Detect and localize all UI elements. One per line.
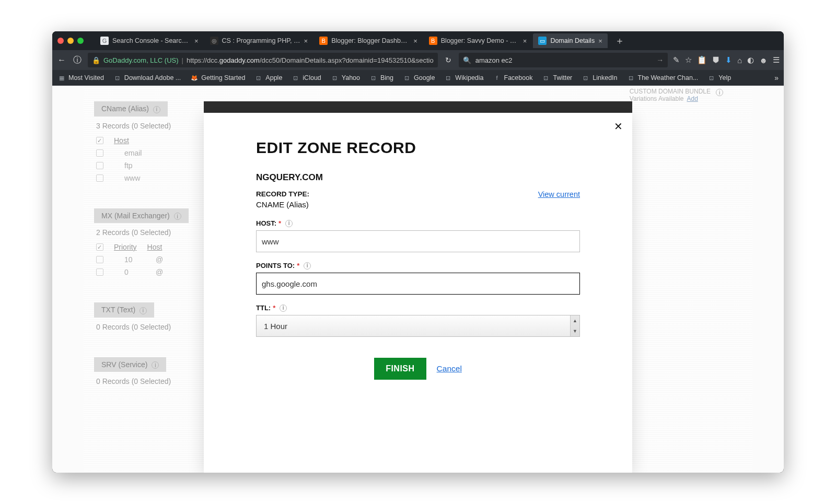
- close-tab-icon[interactable]: ×: [304, 37, 308, 45]
- browser-tab[interactable]: ◎ CS : Programming PHP, JQ... ×: [205, 33, 314, 48]
- browser-tab[interactable]: ▭ Domain Details ×: [533, 33, 607, 48]
- search-bar[interactable]: 🔍 amazon ec2 →: [459, 53, 668, 67]
- bookmark-item[interactable]: ⊡Yelp: [707, 74, 731, 82]
- search-icon: 🔍: [463, 56, 471, 64]
- bookmark-item[interactable]: ▦Most Visited: [57, 74, 104, 82]
- close-window-icon[interactable]: [57, 38, 64, 44]
- info-icon[interactable]: i: [153, 106, 160, 113]
- window-controls: [57, 38, 84, 44]
- record-host[interactable]: email: [124, 149, 142, 157]
- browser-tab[interactable]: B Blogger: Savvy Demo - Bas... ×: [424, 33, 532, 48]
- tab-favicon: B: [319, 37, 328, 45]
- new-tab-button[interactable]: ＋: [610, 34, 630, 47]
- pocket-icon[interactable]: ⛊: [712, 56, 720, 65]
- bookmark-item[interactable]: ⊡Wikipedia: [444, 74, 483, 82]
- info-icon[interactable]: i: [304, 262, 311, 269]
- bookmark-item[interactable]: fFacebook: [493, 74, 533, 82]
- bookmark-item[interactable]: ⊡Yahoo: [331, 74, 360, 82]
- bookmark-item[interactable]: ⊡The Weather Chan...: [627, 74, 699, 82]
- bookmark-label: LinkedIn: [593, 74, 617, 81]
- info-icon[interactable]: i: [174, 213, 181, 220]
- info-icon[interactable]: ⓘ: [72, 55, 83, 66]
- bookmark-favicon: ⊡: [254, 74, 262, 82]
- view-current-link[interactable]: View current: [538, 190, 580, 198]
- bookmark-item[interactable]: ⊡Twitter: [542, 74, 572, 82]
- bookmark-label: Yelp: [718, 74, 731, 81]
- close-icon[interactable]: ✕: [614, 120, 623, 133]
- tab-favicon: G: [100, 37, 109, 45]
- bookmark-item[interactable]: ⊡Bing: [369, 74, 393, 82]
- section-header: SRV (Service) i: [94, 357, 166, 372]
- bookmark-item[interactable]: ⊡Download Adobe ...: [113, 74, 181, 82]
- record-host[interactable]: www: [124, 174, 140, 182]
- bookmark-label: The Weather Chan...: [638, 74, 699, 81]
- info-icon[interactable]: i: [285, 220, 293, 227]
- tab-favicon: ▭: [538, 37, 547, 45]
- cancel-link[interactable]: Cancel: [437, 364, 462, 373]
- close-tab-icon[interactable]: ×: [194, 37, 199, 45]
- points-to-input[interactable]: [256, 273, 580, 295]
- bookmark-label: Google: [414, 74, 435, 81]
- bookmarks-overflow-icon[interactable]: »: [774, 74, 779, 82]
- download-icon[interactable]: ⬇: [725, 55, 732, 65]
- checkbox[interactable]: [96, 137, 103, 144]
- finish-button[interactable]: FINISH: [374, 358, 426, 380]
- record-host: @: [156, 255, 163, 264]
- tab-title: Blogger: Blogger Dashboard: [331, 37, 410, 44]
- bookmark-label: Facebook: [504, 74, 533, 81]
- browser-tab[interactable]: G Search Console - Search A... ×: [95, 33, 204, 48]
- record-host[interactable]: ftp: [124, 161, 133, 170]
- wand-icon[interactable]: ✎: [673, 55, 680, 65]
- bookmark-item[interactable]: ⊡iCloud: [292, 74, 321, 82]
- smiley-icon[interactable]: ☻: [759, 56, 768, 65]
- record-type-label: RECORD TYPE:: [256, 190, 309, 198]
- maximize-window-icon[interactable]: [77, 38, 84, 44]
- record-priority: 10: [124, 255, 145, 264]
- bookmark-label: Yahoo: [342, 74, 360, 81]
- bookmark-item[interactable]: ⊡Google: [403, 74, 435, 82]
- info-icon[interactable]: i: [140, 307, 147, 314]
- bookmark-label: Download Adobe ...: [124, 74, 181, 81]
- address-bar[interactable]: 🔒 GoDaddy.com, LLC (US) | https://dcc.go…: [88, 53, 438, 67]
- bookmark-item[interactable]: ⊡Apple: [254, 74, 282, 82]
- chevron-up-icon[interactable]: ▲: [571, 315, 579, 326]
- checkbox[interactable]: [96, 243, 103, 251]
- modal-domain: NGQUERY.COM: [256, 172, 580, 183]
- bookmark-favicon: ⊡: [542, 74, 550, 82]
- select-scroll-buttons[interactable]: ▲ ▼: [570, 315, 579, 336]
- checkbox[interactable]: [96, 256, 103, 263]
- browser-tab[interactable]: B Blogger: Blogger Dashboard ×: [314, 33, 423, 48]
- bookmark-item[interactable]: 🦊Getting Started: [190, 74, 245, 82]
- checkbox[interactable]: [96, 174, 103, 182]
- back-button[interactable]: ←: [56, 55, 67, 65]
- modal-title: EDIT ZONE RECORD: [256, 139, 580, 157]
- checkbox[interactable]: [96, 162, 103, 169]
- shield-icon[interactable]: ◐: [747, 55, 754, 65]
- close-tab-icon[interactable]: ×: [413, 37, 417, 45]
- column-header[interactable]: Priority: [114, 243, 137, 251]
- checkbox[interactable]: [96, 149, 103, 157]
- page-viewport: CUSTOM DOMAIN BUNDLE Variations Availabl…: [52, 86, 784, 473]
- bookmark-item[interactable]: ⊡LinkedIn: [582, 74, 617, 82]
- ttl-select[interactable]: 1 Hour ▲ ▼: [256, 315, 580, 337]
- clipboard-icon[interactable]: 📋: [697, 55, 707, 65]
- host-input[interactable]: [256, 230, 580, 252]
- home-icon[interactable]: ⌂: [737, 56, 742, 65]
- lock-icon: 🔒: [92, 56, 100, 64]
- column-header[interactable]: Host: [114, 136, 129, 145]
- toolbar-icons: ✎ ☆ 📋 ⛊ ⬇ ⌂ ◐ ☻ ☰: [673, 55, 780, 65]
- chevron-down-icon[interactable]: ▼: [571, 326, 579, 336]
- close-tab-icon[interactable]: ×: [598, 37, 602, 45]
- ttl-label: TTL:*i: [256, 304, 580, 312]
- site-identity: GoDaddy.com, LLC (US): [103, 56, 179, 64]
- checkbox[interactable]: [96, 268, 103, 276]
- info-icon[interactable]: i: [152, 361, 159, 369]
- info-icon[interactable]: i: [280, 304, 287, 312]
- close-tab-icon[interactable]: ×: [523, 37, 527, 45]
- reload-button[interactable]: ↻: [445, 56, 451, 64]
- minimize-window-icon[interactable]: [67, 38, 74, 44]
- bookmark-star-icon[interactable]: ☆: [685, 55, 692, 65]
- column-header[interactable]: Host: [147, 243, 162, 251]
- menu-icon[interactable]: ☰: [773, 55, 780, 65]
- search-go-icon[interactable]: →: [656, 56, 664, 64]
